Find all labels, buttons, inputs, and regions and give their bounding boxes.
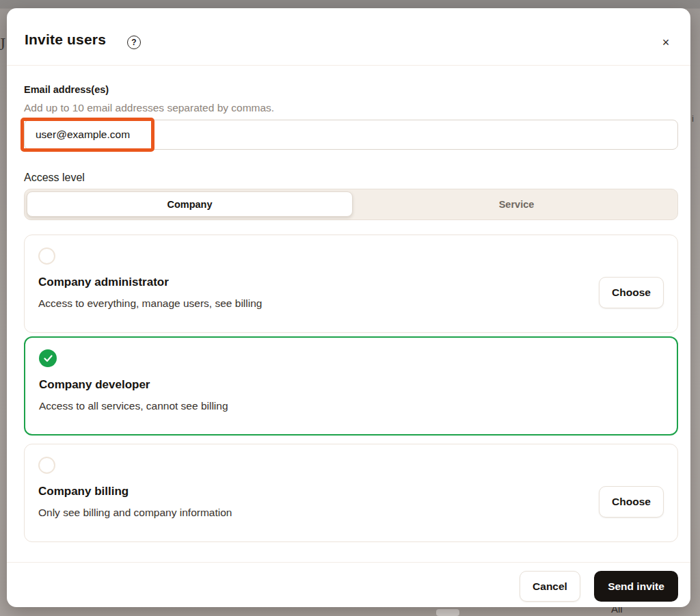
option-card-company-developer[interactable]: Company developer Access to all services… [24,336,678,436]
close-icon[interactable]: × [658,34,674,51]
option-title: Company billing [38,485,129,498]
radio-unselected-icon[interactable] [38,457,55,474]
option-card-company-administrator[interactable]: Company administrator Access to everythi… [24,235,678,333]
email-input[interactable] [24,120,678,150]
footer-divider [7,562,690,563]
email-label: Email address(es) [24,84,109,95]
email-helper-text: Add up to 10 email addresses separated b… [24,102,274,114]
help-icon[interactable]: ? [127,36,141,49]
radio-unselected-icon[interactable] [38,247,55,265]
page-title: Invite users [25,31,106,48]
option-title: Company administrator [38,276,169,289]
access-level-segmented-control: Company Service [24,189,678,220]
backdrop-shape [436,609,459,616]
backdrop-text-fragment: i [692,113,694,124]
cancel-button[interactable]: Cancel [520,571,580,602]
choose-button[interactable]: Choose [599,486,664,518]
invite-users-dialog: Invite users ? × Email address(es) Add u… [7,8,690,607]
option-description: Access to everything, manage users, see … [38,297,262,310]
tab-company-label: Company [167,199,212,210]
option-description: Access to all services, cannot see billi… [39,400,228,412]
option-description: Only see billing and company information [38,507,232,519]
check-icon [39,349,57,367]
tab-service-label: Service [499,199,535,210]
backdrop-text-fragment: J [0,34,5,55]
access-level-label: Access level [24,172,85,184]
option-card-company-billing[interactable]: Company billing Only see billing and com… [24,444,678,542]
option-title: Company developer [39,378,150,392]
tab-service[interactable]: Service [355,189,677,219]
header-divider [7,65,690,66]
tab-company[interactable]: Company [27,191,353,217]
choose-button[interactable]: Choose [599,277,664,308]
send-invite-button[interactable]: Send invite [594,571,678,602]
